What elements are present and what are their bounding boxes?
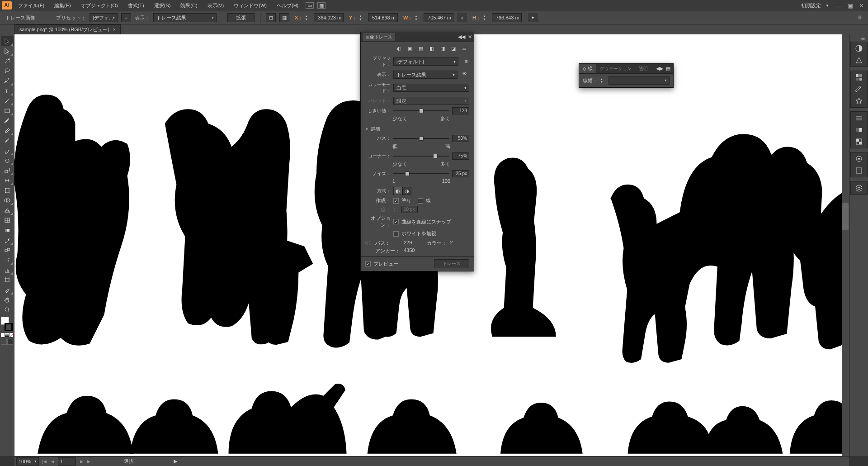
color-mode-icon[interactable] (1, 333, 5, 337)
preset-3color-icon[interactable]: ◧ (428, 45, 436, 52)
pen-tool[interactable] (1, 76, 14, 86)
type-tool[interactable]: T (1, 86, 14, 96)
menu-window[interactable]: ウィンドウ(W) (232, 1, 269, 10)
rotate-tool[interactable] (1, 156, 14, 166)
workspace-switcher[interactable]: 初期設定 (801, 2, 821, 9)
transparency-tab[interactable]: 透明 (635, 64, 651, 73)
none-mode-icon[interactable] (9, 333, 13, 337)
threshold-value[interactable]: 128 (452, 107, 469, 114)
maximize-button[interactable]: ▣ (845, 2, 855, 9)
menu-help[interactable]: ヘルプ(H) (275, 1, 300, 10)
fill-stroke-indicator[interactable] (1, 317, 14, 331)
w-input[interactable]: 705.467 m (424, 13, 453, 22)
gradient-mode-icon[interactable] (5, 333, 9, 337)
threshold-slider[interactable] (393, 108, 449, 114)
arrange-icon[interactable]: ▦ (317, 2, 326, 9)
h-input[interactable]: 766.843 m (492, 13, 522, 22)
color-panel-icon[interactable] (854, 44, 863, 53)
align-icon[interactable]: ⊞ (266, 13, 276, 22)
hand-tool[interactable] (1, 295, 14, 305)
symbols-panel-icon[interactable] (854, 96, 863, 105)
link-wh-icon[interactable]: ⟡ (457, 13, 467, 22)
panel-close-icon[interactable]: ✕ (468, 34, 472, 40)
transform-icon[interactable]: ▦ (279, 13, 289, 22)
snap-curves-checkbox[interactable] (393, 219, 399, 224)
zoom-dropdown[interactable]: 100% (16, 457, 39, 466)
preset-bw-icon[interactable]: ◪ (449, 45, 458, 52)
method-abutting-icon[interactable]: ◐ (393, 187, 402, 195)
ignore-white-checkbox[interactable] (393, 231, 399, 237)
constrain-icon[interactable]: ✦ (528, 13, 538, 22)
trace-preset-menu-icon[interactable]: ≡ (463, 58, 469, 65)
screen-mode-full-icon[interactable] (7, 339, 13, 345)
artboard-number-input[interactable]: 1 (58, 457, 76, 466)
menu-edit[interactable]: 編集(E) (52, 1, 73, 10)
trace-view-dropdown[interactable]: トレース結果 (393, 71, 458, 79)
preset-6color-icon[interactable]: ◨ (439, 45, 447, 52)
control-overflow-icon[interactable]: ⊪ (858, 14, 863, 21)
trace-button[interactable]: トレース (434, 259, 469, 268)
menu-type[interactable]: 書式(T) (126, 1, 146, 10)
slice-tool[interactable] (1, 285, 14, 295)
mesh-tool[interactable] (1, 215, 14, 225)
line-tool[interactable] (1, 96, 14, 106)
magic-wand-tool[interactable] (1, 56, 14, 66)
eraser-tool[interactable] (1, 146, 14, 156)
menu-effect[interactable]: 効果(C) (179, 1, 199, 10)
pencil-tool[interactable] (1, 126, 14, 136)
blob-brush-tool[interactable] (1, 136, 14, 146)
scale-tool[interactable] (1, 166, 14, 176)
dock-collapse-icon[interactable]: ◀▶ (850, 36, 868, 41)
expand-button[interactable]: 拡張 (227, 13, 255, 22)
trace-preset-dropdown[interactable]: [デフォルト] (393, 57, 458, 66)
shape-builder-tool[interactable] (1, 195, 14, 205)
stroke-panel-icon[interactable] (854, 114, 863, 123)
corners-value[interactable]: 75% (452, 152, 469, 160)
preset-outline-icon[interactable]: ▱ (460, 45, 468, 52)
artboard-tool[interactable] (1, 275, 14, 285)
paths-value[interactable]: 50% (452, 135, 469, 142)
blend-tool[interactable] (1, 245, 14, 255)
vertical-scrollbar[interactable] (842, 34, 849, 456)
create-fill-checkbox[interactable] (393, 198, 399, 204)
direct-selection-tool[interactable] (1, 46, 14, 56)
method-overlapping-icon[interactable]: ◑ (402, 187, 411, 195)
noise-slider[interactable] (393, 171, 449, 177)
preset-auto-icon[interactable]: ◐ (395, 45, 403, 52)
paths-slider[interactable] (393, 135, 449, 142)
symbol-sprayer-tool[interactable] (1, 255, 14, 265)
image-trace-tab[interactable]: 画像トレース (363, 33, 395, 41)
trace-colormode-dropdown[interactable]: 白黒 (393, 84, 469, 92)
menu-object[interactable]: オブジェクト(O) (79, 1, 120, 10)
view-dropdown[interactable]: トレース結果 (153, 13, 217, 22)
transparency-panel-icon[interactable] (854, 137, 863, 146)
perspective-tool[interactable] (1, 205, 14, 215)
panel-collapse-icon[interactable]: ◀◀ (458, 34, 465, 40)
last-artboard-icon[interactable]: ▶| (86, 458, 93, 465)
advanced-section-header[interactable]: 詳細 (361, 124, 474, 134)
appearance-panel-icon[interactable] (854, 154, 863, 163)
paintbrush-tool[interactable] (1, 116, 14, 126)
next-artboard-icon[interactable]: ▶ (78, 458, 85, 465)
document-tab[interactable]: sample.png* @ 100% (RGB/プレビュー) × (14, 24, 121, 34)
lasso-tool[interactable] (1, 66, 14, 76)
preset-photo-lo-icon[interactable]: ▤ (417, 45, 425, 52)
stroke-panel-menu-icon[interactable]: ▤ (666, 66, 670, 71)
width-tool[interactable] (1, 176, 14, 185)
preset-dropdown[interactable]: [デフォ... (90, 13, 118, 22)
bridge-icon[interactable]: ▭ (306, 2, 314, 9)
stroke-swatch[interactable] (5, 323, 13, 331)
corners-slider[interactable] (393, 153, 449, 159)
zoom-tool[interactable] (1, 305, 14, 315)
y-input[interactable]: 514.898 m (368, 13, 398, 22)
brushes-panel-icon[interactable] (854, 85, 863, 94)
stroke-panel-collapse-icon[interactable]: ◀▶ (656, 66, 663, 71)
selection-tool[interactable] (1, 36, 14, 46)
graphic-styles-icon[interactable] (854, 166, 863, 175)
x-input[interactable]: 364.023 m (314, 13, 344, 22)
menu-select[interactable]: 選択(S) (152, 1, 173, 10)
layers-panel-icon[interactable] (854, 183, 863, 192)
trace-view-eye-icon[interactable]: 👁 (462, 71, 469, 78)
prev-artboard-icon[interactable]: ◀ (49, 458, 56, 465)
menu-view[interactable]: 表示(V) (206, 1, 226, 10)
